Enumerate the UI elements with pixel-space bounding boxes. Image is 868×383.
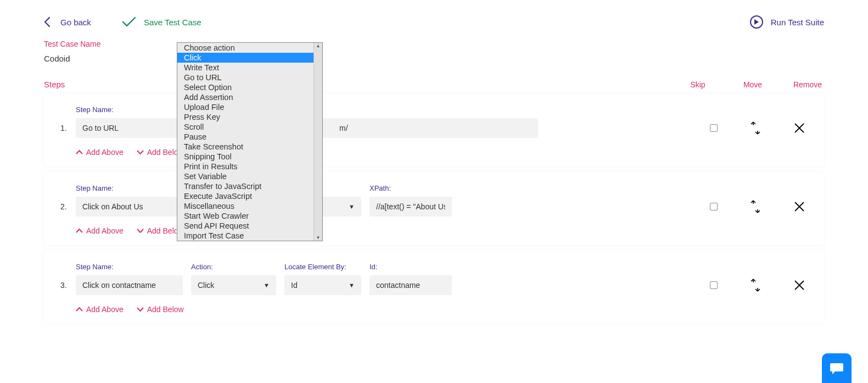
test-case-section: Test Case Name Codoid (0, 40, 868, 63)
dropdown-item[interactable]: Go to URL (177, 73, 322, 82)
dropdown-item[interactable]: Click (177, 53, 322, 63)
step-name-label: Step Name: (76, 184, 191, 192)
chevron-up-icon (76, 150, 83, 154)
step-card-1: Step Name: 1. Add Above Add Below (44, 93, 824, 166)
dropdown-item[interactable]: Send API Request (177, 221, 322, 231)
dropdown-scrollbar[interactable]: ▲ ▼ (313, 43, 322, 241)
action-select[interactable]: Click ▼ (191, 275, 276, 295)
action-label: Action: (191, 263, 284, 271)
chevron-down-icon (137, 307, 144, 312)
step-number: 2. (60, 202, 76, 211)
dropdown-item[interactable]: Choose action (177, 43, 322, 53)
add-above-label: Add Above (86, 148, 124, 157)
play-icon (750, 15, 763, 29)
move-handle[interactable] (749, 201, 761, 213)
move-handle[interactable] (749, 122, 761, 134)
run-test-suite-button[interactable]: Run Test Suite (750, 15, 824, 29)
step-card-2: Step Name: : XPath: 2. Click ▼ XPath ▼ (44, 172, 824, 245)
test-case-name-label: Test Case Name (44, 40, 824, 48)
dropdown-item[interactable]: Write Text (177, 63, 322, 73)
skip-checkbox[interactable] (710, 281, 718, 289)
dropdown-item[interactable]: Print in Results (177, 162, 322, 171)
add-below-button[interactable]: Add Below (137, 305, 184, 314)
step-name-input[interactable] (76, 275, 183, 295)
action-select-value: Click (198, 281, 214, 290)
dropdown-item[interactable]: Set Variable (177, 171, 322, 181)
dropdown-item[interactable]: Import Test Case (177, 231, 322, 241)
dropdown-item[interactable]: Press Key (177, 112, 322, 122)
header-bar: Go back Save Test Case Run Test Suite (0, 0, 868, 40)
save-test-case-button[interactable]: Save Test Case (122, 16, 201, 27)
xpath-input[interactable] (369, 197, 452, 217)
scroll-down-arrow[interactable]: ▼ (314, 235, 322, 240)
scroll-up-arrow[interactable]: ▲ (314, 43, 322, 48)
dropdown-item[interactable]: Upload File (177, 102, 322, 112)
skip-col-label: Skip (681, 80, 714, 89)
action-dropdown[interactable]: Choose actionClickWrite TextGo to URLSel… (177, 42, 323, 241)
skip-checkbox[interactable] (710, 203, 718, 210)
chevron-down-icon: ▼ (264, 282, 270, 288)
remove-button[interactable] (793, 201, 805, 213)
xpath-label: XPath: (369, 184, 391, 192)
steps-header: Steps Skip Move Remove (0, 80, 868, 93)
chevron-down-icon (137, 150, 144, 154)
add-above-button[interactable]: Add Above (76, 148, 124, 157)
id-input[interactable] (369, 275, 452, 295)
dropdown-item[interactable]: Transfer to JavaScript (177, 181, 322, 191)
step-number: 3. (60, 281, 76, 290)
step-name-input[interactable] (76, 118, 183, 138)
remove-button[interactable] (793, 122, 805, 134)
test-case-name-value: Codoid (44, 54, 824, 63)
chevron-down-icon (137, 229, 144, 233)
chevron-up-icon (76, 307, 83, 312)
dropdown-item[interactable]: Scroll (177, 122, 322, 132)
dropdown-item[interactable]: Select Option (177, 82, 322, 92)
add-above-button[interactable]: Add Above (76, 305, 124, 314)
chevron-up-icon (76, 229, 83, 233)
locate-label: Locate Element By: (284, 263, 369, 271)
add-above-label: Add Above (86, 305, 124, 314)
chevron-down-icon: ▼ (349, 282, 355, 288)
locate-select-value: Id (291, 281, 298, 290)
checkmark-icon (122, 16, 136, 27)
step-name-input[interactable] (76, 197, 183, 217)
move-col-label: Move (736, 80, 769, 89)
id-label: Id: (369, 263, 377, 271)
add-above-label: Add Above (86, 226, 124, 235)
go-back-label: Go back (60, 18, 91, 27)
chevron-down-icon: ▼ (349, 203, 355, 210)
dropdown-item[interactable]: Take Screenshot (177, 142, 322, 152)
steps-label: Steps (44, 80, 65, 89)
move-handle[interactable] (749, 279, 761, 291)
locate-select[interactable]: Id ▼ (284, 275, 361, 295)
skip-checkbox[interactable] (710, 124, 718, 132)
column-labels: Skip Move Remove (681, 80, 824, 89)
add-above-button[interactable]: Add Above (76, 226, 124, 235)
dropdown-item[interactable]: Miscellaneous (177, 201, 322, 211)
remove-col-label: Remove (791, 80, 824, 89)
dropdown-item[interactable]: Snipping Tool (177, 152, 322, 162)
run-label: Run Test Suite (771, 18, 824, 27)
save-label: Save Test Case (144, 18, 201, 27)
step-card-3: Step Name: Action: Locate Element By: Id… (44, 251, 824, 324)
go-back-button[interactable]: Go back (44, 16, 91, 27)
chat-button[interactable] (822, 353, 852, 383)
chevron-left-icon (44, 16, 51, 27)
dropdown-item[interactable]: Start Web Crawler (177, 211, 322, 221)
dropdown-item[interactable]: Add Assertion (177, 92, 322, 102)
dropdown-item[interactable]: Execute JavaScript (177, 191, 322, 201)
step-name-label: Step Name: (76, 106, 191, 114)
chat-icon (830, 362, 844, 375)
step-number: 1. (60, 124, 76, 132)
remove-button[interactable] (793, 279, 805, 291)
add-below-label: Add Below (147, 305, 184, 314)
dropdown-item[interactable]: Pause (177, 132, 322, 142)
step-name-label: Step Name: (76, 263, 191, 271)
